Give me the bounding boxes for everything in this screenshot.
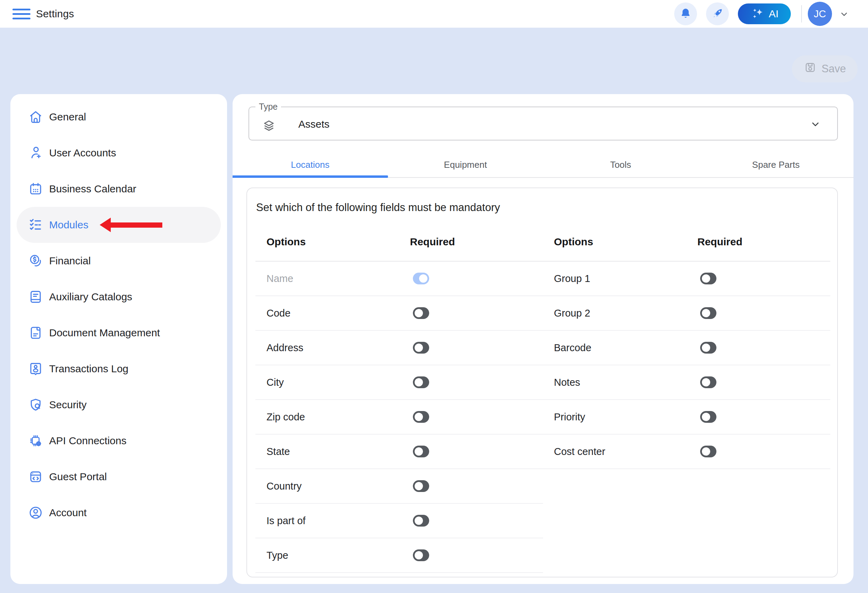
browser-code-icon xyxy=(28,469,43,484)
annotation-arrow xyxy=(100,218,162,232)
required-toggle-name[interactable] xyxy=(413,273,429,285)
app-header: Settings AI JC xyxy=(0,0,868,28)
type-select-label: Type xyxy=(255,102,281,112)
mandatory-fields-title: Set which of the following fields must b… xyxy=(256,201,837,214)
sidebar-item-general[interactable]: General xyxy=(16,99,221,135)
field-row-state: State xyxy=(255,435,543,469)
required-toggle-country[interactable] xyxy=(413,480,429,492)
arrow-shaft xyxy=(111,223,162,228)
toggle-knob xyxy=(415,482,423,490)
tab-bar: LocationsEquipmentToolsSpare Parts xyxy=(233,152,853,178)
required-toggle-address[interactable] xyxy=(413,342,429,354)
ai-button-label: AI xyxy=(769,8,778,20)
user-plus-icon xyxy=(28,145,43,161)
person-circle-icon xyxy=(28,505,43,520)
toggle-knob xyxy=(702,274,710,283)
page-title: Settings xyxy=(36,8,74,20)
field-row-cost-center: Cost center xyxy=(543,435,831,469)
tab-equipment[interactable]: Equipment xyxy=(388,152,543,177)
field-label: City xyxy=(255,377,410,388)
field-label: Notes xyxy=(543,377,698,388)
sidebar-item-api-connections[interactable]: API Connections xyxy=(16,423,221,459)
required-toggle-zip-code[interactable] xyxy=(413,411,429,423)
required-toggle-is-part-of[interactable] xyxy=(413,515,429,527)
sidebar-item-user-accounts[interactable]: User Accounts xyxy=(16,135,221,171)
fields-table-left: OptionsRequiredNameCodeAddressCityZip co… xyxy=(255,223,543,573)
chevron-down-icon xyxy=(809,118,821,130)
required-toggle-group-1[interactable] xyxy=(700,273,716,285)
field-label: Priority xyxy=(543,412,698,423)
toggle-knob xyxy=(702,344,710,352)
field-row-address: Address xyxy=(255,331,543,365)
field-label: Name xyxy=(255,273,410,285)
dollar-coin-icon xyxy=(28,253,43,268)
sidebar-item-auxiliary-catalogs[interactable]: Auxiliary Catalogs xyxy=(16,279,221,315)
sidebar-item-modules[interactable]: Modules xyxy=(16,207,221,243)
required-toggle-state[interactable] xyxy=(413,445,429,457)
sidebar-item-guest-portal[interactable]: Guest Portal xyxy=(16,459,221,495)
toggle-knob xyxy=(702,378,710,386)
toggle-knob xyxy=(415,447,423,456)
sidebar-item-label: Guest Portal xyxy=(49,471,107,482)
tab-tools[interactable]: Tools xyxy=(543,152,698,177)
sidebar-item-label: Account xyxy=(49,507,87,519)
sidebar-item-document-management[interactable]: Document Management xyxy=(16,315,221,351)
field-row-group-1: Group 1 xyxy=(543,261,831,296)
field-row-city: City xyxy=(255,365,543,400)
field-row-country: Country xyxy=(255,469,543,504)
sidebar-item-label: API Connections xyxy=(49,435,126,447)
tab-spare-parts[interactable]: Spare Parts xyxy=(698,152,854,177)
field-label: Group 1 xyxy=(543,273,698,285)
toggle-knob xyxy=(419,274,427,283)
user-avatar[interactable]: JC xyxy=(808,2,832,26)
required-toggle-notes[interactable] xyxy=(700,376,716,388)
tab-locations[interactable]: Locations xyxy=(233,152,388,177)
toggle-knob xyxy=(702,447,710,456)
arrow-head xyxy=(100,218,111,232)
mandatory-fields-tables: OptionsRequiredNameCodeAddressCityZip co… xyxy=(255,223,830,573)
field-label: Zip code xyxy=(255,412,410,423)
sidebar-item-transactions-log[interactable]: Transactions Log xyxy=(16,351,221,387)
sidebar-item-account[interactable]: Account xyxy=(16,495,221,531)
required-toggle-group-2[interactable] xyxy=(700,307,716,319)
required-toggle-type[interactable] xyxy=(413,549,429,561)
field-row-code: Code xyxy=(255,296,543,331)
toggle-knob xyxy=(415,309,423,317)
field-label: Is part of xyxy=(255,515,410,527)
sidebar-item-security[interactable]: Security xyxy=(16,387,221,423)
toggle-knob xyxy=(415,344,423,352)
save-button-label: Save xyxy=(822,63,846,75)
sidebar-item-label: General xyxy=(49,111,86,123)
settings-sidebar: GeneralUser AccountsBusiness CalendarMod… xyxy=(10,94,227,584)
ai-button[interactable]: AI xyxy=(738,3,791,24)
field-label: Country xyxy=(255,481,410,492)
chip-gear-icon xyxy=(28,433,43,448)
calendar-icon xyxy=(28,181,43,196)
required-toggle-cost-center[interactable] xyxy=(700,445,716,457)
sidebar-item-label: Financial xyxy=(49,255,91,267)
home-icon xyxy=(28,109,43,125)
field-row-zip-code: Zip code xyxy=(255,400,543,435)
sidebar-item-label: Business Calendar xyxy=(49,183,136,195)
type-select[interactable]: Type Assets xyxy=(248,102,838,140)
field-row-is-part-of: Is part of xyxy=(255,504,543,538)
whats-new-button[interactable] xyxy=(706,2,729,25)
field-label: Cost center xyxy=(543,446,698,457)
header-divider xyxy=(801,5,802,22)
sidebar-item-business-calendar[interactable]: Business Calendar xyxy=(16,171,221,207)
field-row-name: Name xyxy=(255,261,543,296)
sidebar-item-financial[interactable]: Financial xyxy=(16,243,221,279)
user-menu-chevron-icon[interactable] xyxy=(839,9,849,19)
notifications-button[interactable] xyxy=(674,2,697,25)
document-icon xyxy=(28,325,43,341)
required-toggle-city[interactable] xyxy=(413,376,429,388)
sidebar-item-label: Document Management xyxy=(49,327,160,339)
required-toggle-barcode[interactable] xyxy=(700,342,716,354)
save-button[interactable]: Save xyxy=(792,55,858,83)
layers-icon xyxy=(261,118,276,134)
menu-icon[interactable] xyxy=(12,9,31,19)
checklist-icon xyxy=(28,217,43,233)
toggle-knob xyxy=(702,309,710,317)
required-toggle-code[interactable] xyxy=(413,307,429,319)
required-toggle-priority[interactable] xyxy=(700,411,716,423)
